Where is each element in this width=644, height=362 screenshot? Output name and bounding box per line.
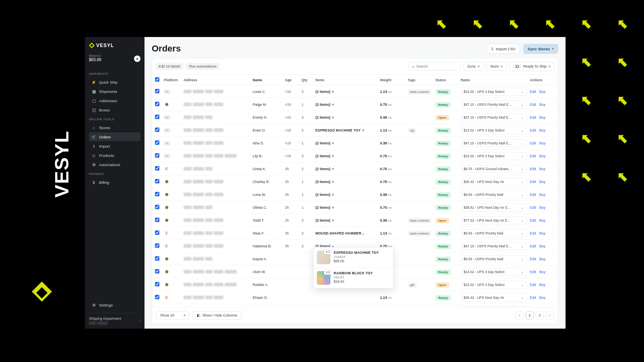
select-all-checkbox[interactable] (155, 77, 159, 82)
edit-link[interactable]: Edit (530, 193, 537, 197)
edit-link[interactable]: Edit (530, 154, 537, 158)
nav-quick-ship[interactable]: ⚡Quick Ship (89, 78, 140, 86)
items-cell[interactable]: (2 items) ▾ (314, 162, 378, 175)
rate-cell[interactable]: $47.15 - USPS Priority Mail Express⌄ (459, 240, 528, 253)
nav-orders[interactable]: 🛒Orders (89, 132, 140, 141)
buy-link[interactable]: Buy (539, 141, 546, 145)
row-checkbox[interactable] (155, 218, 159, 222)
nav-stores[interactable]: ⌂Stores (89, 123, 140, 132)
row-checkbox[interactable] (155, 115, 159, 119)
row-checkbox[interactable] (155, 243, 159, 248)
edit-link[interactable]: Edit (530, 128, 537, 132)
items-cell[interactable]: (2 items) ▾ (314, 111, 378, 124)
sync-stores-button[interactable]: Sync Stores ▾ (523, 44, 558, 54)
buy-link[interactable]: Buy (539, 103, 546, 107)
rate-cell[interactable]: $13.02 - UPS 3 Day Select⌄ (459, 124, 528, 137)
buy-link[interactable]: Buy (539, 296, 546, 300)
row-checkbox[interactable] (155, 256, 159, 261)
rate-cell[interactable]: $45.42 - UPS Next Day Air⌄ (459, 291, 528, 304)
rate-cell[interactable]: $38.81 - UPS Next Day Air Saver⌄ (459, 201, 528, 214)
run-automations-button[interactable]: Run automations (186, 63, 220, 70)
row-checkbox[interactable] (155, 153, 159, 158)
store-filter[interactable]: Store▾ (486, 62, 507, 71)
buy-link[interactable]: Buy (539, 128, 546, 132)
department-switcher[interactable]: Shipping Department › (89, 317, 140, 325)
row-checkbox[interactable] (155, 89, 159, 93)
buy-link[interactable]: Buy (539, 257, 546, 261)
row-checkbox[interactable] (155, 205, 159, 209)
pager-page-2[interactable]: 2 (536, 311, 544, 319)
items-cell[interactable] (314, 291, 378, 304)
buy-link[interactable]: Buy (539, 218, 546, 222)
import-csv-button[interactable]: ⇩ Import CSV (486, 44, 520, 54)
edit-labels-button[interactable]: Edit 18 labels (155, 63, 184, 70)
items-cell[interactable]: (2 items) ▾ (314, 98, 378, 111)
edit-link[interactable]: Edit (530, 206, 537, 210)
rate-cell[interactable]: $8.75 - USPS Ground Advantage⌄ (459, 162, 528, 175)
edit-link[interactable]: Edit (530, 103, 537, 107)
ready-to-ship-filter[interactable]: 11 Ready To Ship▾ (509, 62, 555, 71)
items-cell[interactable]: (2 items) ▾ (314, 201, 378, 214)
edit-link[interactable]: Edit (530, 180, 537, 184)
row-checkbox[interactable] (155, 282, 159, 286)
edit-link[interactable]: Edit (530, 115, 537, 119)
nav-products[interactable]: ◇Products (89, 151, 140, 160)
add-funds-button[interactable]: + (134, 56, 140, 62)
items-cell[interactable]: ESPRESSO MACHINE TOY ▾ (314, 124, 378, 137)
rate-cell[interactable]: $13.02 - UPS 3 Day Select⌄ (459, 278, 528, 291)
buy-link[interactable]: Buy (539, 270, 546, 274)
edit-link[interactable]: Edit (530, 296, 537, 300)
row-checkbox[interactable] (155, 269, 159, 274)
nav-import[interactable]: ⇩Import (89, 142, 140, 150)
row-checkbox[interactable] (155, 295, 159, 299)
rate-cell[interactable]: $9.59 - USPS Priority Mail⌄ (459, 227, 528, 240)
row-checkbox[interactable] (155, 166, 159, 171)
edit-link[interactable]: Edit (530, 141, 537, 145)
buy-link[interactable]: Buy (539, 90, 546, 94)
buy-link[interactable]: Buy (539, 244, 546, 248)
edit-link[interactable]: Edit (530, 257, 537, 261)
edit-link[interactable]: Edit (530, 167, 537, 171)
items-cell[interactable] (314, 304, 378, 307)
buy-link[interactable]: Buy (539, 283, 546, 287)
edit-link[interactable]: Edit (530, 231, 537, 235)
rate-cell[interactable]: $45.42 - UPS Next Day Air⌄ (459, 175, 528, 188)
buy-link[interactable]: Buy (539, 180, 546, 184)
row-checkbox[interactable] (155, 102, 159, 106)
items-cell[interactable]: (2 items) ▾ (314, 85, 378, 98)
edit-link[interactable]: Edit (530, 244, 537, 248)
buy-link[interactable]: Buy (539, 115, 546, 119)
rate-cell[interactable]: $13.02 - UPS 3 Day Select⌄ (459, 150, 528, 162)
row-checkbox[interactable] (155, 140, 159, 145)
nav-billing[interactable]: $Billing (89, 178, 140, 187)
row-checkbox[interactable] (155, 230, 159, 235)
rate-cell[interactable]: $47.15 - USPS Priority Mail Express⌄ (459, 98, 528, 111)
items-cell[interactable]: MOUSE-SHAPED HAMMER… ▾ (314, 227, 378, 240)
pager-page-1[interactable]: 1 (526, 311, 534, 319)
nav-automations[interactable]: ⚙Automations (89, 160, 140, 169)
edit-link[interactable]: Edit (530, 90, 537, 94)
buy-link[interactable]: Buy (539, 231, 546, 235)
rate-cell[interactable]: $47.15 - USPS Priority Mail Express⌄ (459, 137, 528, 150)
nav-settings[interactable]: ⚙Settings (89, 300, 140, 309)
edit-link[interactable]: Edit (530, 218, 537, 222)
items-cell[interactable]: (2 items) ▾ (314, 188, 378, 201)
rate-cell[interactable]: $13.02 - UPS 3 Day Select⌄ (459, 304, 528, 307)
nav-shipments[interactable]: ▦Shipments (89, 87, 140, 96)
row-checkbox[interactable] (155, 179, 159, 183)
buy-link[interactable]: Buy (539, 167, 546, 171)
rate-cell[interactable]: $13.02 - UPS 3 Day Select⌄ (459, 265, 528, 278)
zone-filter[interactable]: Zone▾ (463, 62, 484, 71)
search-input-wrap[interactable]: ⌕ (409, 62, 461, 70)
edit-link[interactable]: Edit (530, 270, 537, 274)
pager-prev[interactable]: ‹ (516, 311, 524, 319)
buy-link[interactable]: Buy (539, 206, 546, 210)
rate-cell[interactable]: $47.15 - USPS Priority Mail Express⌄ (459, 111, 528, 124)
rate-cell[interactable]: $13.02 - UPS 3 Day Select⌄ (459, 85, 528, 98)
items-cell[interactable]: (3 items) ▾ (314, 175, 378, 188)
buy-link[interactable]: Buy (539, 154, 546, 158)
page-size-select[interactable]: Show 18▾ (156, 311, 190, 320)
items-cell[interactable]: (3 items) ▾ (314, 214, 378, 227)
rate-cell[interactable]: $9.59 - USPS Priority Mail⌄ (459, 253, 528, 265)
rate-cell[interactable]: $9.59 - USPS Priority Mail⌄ (459, 188, 528, 201)
